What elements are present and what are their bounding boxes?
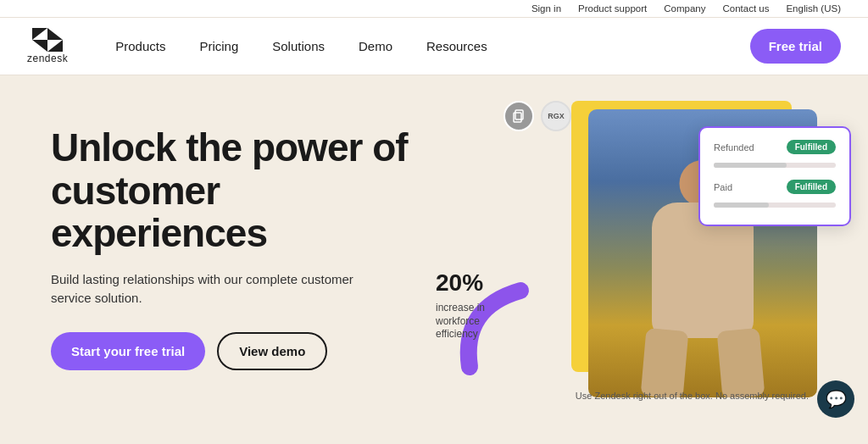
nav-pricing[interactable]: Pricing [186, 32, 252, 60]
navbar: zendesk Products Pricing Solutions Demo … [0, 18, 868, 75]
hero-title: Unlock the power of customer experiences [51, 126, 424, 255]
contact-us-link[interactable]: Contact us [722, 3, 769, 14]
zendesk-logo-icon [32, 28, 63, 52]
hero-right: RGX Refunded Fulfilled [419, 84, 843, 435]
logo-text: zendesk [27, 53, 68, 64]
chat-bubble[interactable]: 💬 [817, 380, 854, 418]
stat-block: 20% increase in workforce efficiency [436, 251, 520, 341]
top-bar: Sign in Product support Company Contact … [0, 0, 868, 18]
stat-number: 20% [436, 251, 520, 298]
card-label-paid: Paid [714, 182, 732, 192]
progress-bar-2 [714, 203, 836, 208]
photo-caption: Use Zendesk right out of the box. No ass… [576, 391, 809, 401]
nav-solutions[interactable]: Solutions [259, 32, 338, 60]
progress-bar-fill-1 [714, 163, 787, 168]
logo[interactable]: zendesk [27, 28, 68, 64]
avatar-circles: RGX [504, 101, 571, 131]
language-selector[interactable]: English (US) [786, 3, 841, 14]
copy-icon-circle [504, 101, 534, 131]
view-demo-button[interactable]: View demo [217, 332, 327, 370]
company-link[interactable]: Company [664, 3, 705, 14]
card-label-refunded: Refunded [714, 142, 754, 153]
ui-card-row-1: Refunded Fulfilled [714, 140, 836, 154]
signin-link[interactable]: Sign in [531, 3, 561, 14]
chat-icon: 💬 [826, 389, 847, 409]
progress-bar-1 [714, 163, 836, 168]
nav-products[interactable]: Products [102, 32, 179, 60]
card-tag-fulfilled-1: Fulfilled [787, 140, 836, 154]
card-tag-fulfilled-2: Fulfilled [787, 180, 836, 194]
free-trial-button[interactable]: Free trial [750, 29, 841, 64]
stat-description: increase in workforce efficiency [436, 302, 520, 341]
product-support-link[interactable]: Product support [578, 3, 647, 14]
hero-section: Unlock the power of customer experiences… [0, 75, 868, 435]
hero-subtitle: Build lasting relationships with our com… [51, 270, 356, 308]
start-trial-button[interactable]: Start your free trial [51, 332, 205, 370]
hero-buttons: Start your free trial View demo [51, 332, 424, 370]
ui-card-row-2: Paid Fulfilled [714, 180, 836, 194]
nav-links: Products Pricing Solutions Demo Resource… [102, 32, 749, 60]
ui-card-overlay: Refunded Fulfilled Paid Fulfilled [698, 126, 851, 226]
hero-left: Unlock the power of customer experiences… [51, 118, 424, 370]
nav-resources[interactable]: Resources [413, 32, 501, 60]
progress-bar-fill-2 [714, 203, 769, 208]
nav-demo[interactable]: Demo [345, 32, 406, 60]
rgx-badge: RGX [541, 101, 571, 131]
